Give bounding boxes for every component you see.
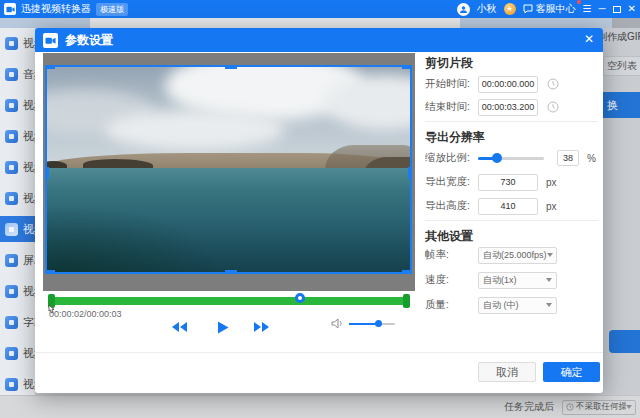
username[interactable]: 小秋	[477, 2, 497, 16]
rewind-button[interactable]	[167, 318, 191, 336]
sidebar-item-7-selected[interactable]: 视频	[0, 216, 35, 242]
sidebar-icon	[5, 378, 18, 391]
speed-select[interactable]: 自动(1x)	[478, 272, 557, 289]
bottom-bar: 任务完成后 不采取任何操作	[0, 395, 640, 418]
settings-dialog: 参数设置 ✕	[35, 28, 603, 393]
chevron-down-icon	[547, 253, 553, 257]
sidebar-icon	[5, 130, 18, 143]
service-center-link[interactable]: 客服中心	[523, 2, 576, 16]
volume-slider[interactable]	[349, 323, 395, 325]
background-toolbar-strip	[0, 18, 640, 28]
app-window: 迅捷视频转换器 极速版 小秋 ★ 客服中心 ☰ ─ ✕ 视频 音频 视频 视频 …	[0, 0, 640, 418]
sidebar-item-1[interactable]: 视频	[0, 32, 35, 54]
sidebar-icon	[5, 254, 18, 267]
crop-handle[interactable]	[408, 167, 412, 179]
app-logo-icon	[4, 3, 16, 15]
crop-handle[interactable]	[402, 65, 412, 69]
quality-row: 质量: 自动 (中)	[425, 296, 600, 314]
speed-row: 速度: 自动(1x)	[425, 271, 600, 289]
sidebar-item-5[interactable]: 视频	[0, 156, 35, 178]
section-title-other: 其他设置	[425, 228, 473, 245]
confirm-button[interactable]: 确定	[543, 362, 600, 382]
sidebar-icon	[5, 68, 18, 81]
crop-handle[interactable]	[402, 270, 412, 274]
close-button[interactable]: ✕	[628, 0, 636, 18]
clear-list-button[interactable]: 空列表	[603, 56, 640, 76]
sidebar-item-12[interactable]: 视频	[0, 373, 35, 395]
quality-select[interactable]: 自动 (中)	[478, 297, 557, 314]
framerate-row: 帧率: 自动(25.000fps)	[425, 246, 600, 264]
clock-icon[interactable]	[547, 101, 559, 113]
trim-slider[interactable]	[48, 294, 410, 308]
section-title-trim: 剪切片段	[425, 55, 473, 72]
sidebar-item-8[interactable]: 屏幕	[0, 249, 35, 271]
framerate-select[interactable]: 自动(25.000fps)	[478, 247, 557, 264]
maximize-button[interactable]	[613, 6, 621, 13]
crop-handle[interactable]	[45, 167, 49, 179]
playhead[interactable]	[295, 293, 305, 303]
chat-bubble-icon	[523, 4, 533, 14]
sidebar-item-3[interactable]: 视频	[0, 94, 35, 116]
user-avatar[interactable]	[457, 3, 470, 16]
sidebar-icon	[5, 99, 18, 112]
minimize-button[interactable]: ─	[599, 0, 606, 18]
trim-end-handle[interactable]	[403, 294, 410, 308]
crop-handle[interactable]	[225, 270, 237, 274]
chevron-down-icon	[546, 278, 552, 282]
divider	[35, 352, 603, 353]
scale-slider-thumb[interactable]	[492, 153, 502, 163]
trim-range-bar[interactable]	[48, 297, 410, 305]
section-title-resolution: 导出分辨率	[425, 129, 485, 146]
crop-handle[interactable]	[225, 65, 237, 69]
chevron-down-icon	[546, 303, 552, 307]
play-button[interactable]	[211, 318, 235, 336]
settings-panel: 剪切片段 开始时间: 结束时间: 导出分辨率 缩放比例:	[425, 55, 600, 345]
sidebar-item-10[interactable]: 字幕	[0, 311, 35, 333]
end-time-row: 结束时间:	[425, 98, 600, 116]
crop-selection[interactable]	[45, 65, 412, 274]
sidebar-icon	[5, 223, 18, 236]
sidebar-item-4[interactable]: 视频	[0, 125, 35, 147]
fast-forward-button[interactable]	[249, 318, 273, 336]
sidebar-icon	[5, 316, 18, 329]
clock-icon[interactable]	[547, 78, 559, 90]
sidebar: 视频 音频 视频 视频 视频 视频 视频 屏幕 视频 字幕 视频 视频	[0, 28, 35, 395]
export-height-row: 导出高度: px	[425, 197, 600, 215]
sidebar-icon	[5, 285, 18, 298]
end-time-input[interactable]	[478, 99, 538, 116]
add-file-button[interactable]	[609, 330, 640, 353]
dialog-header: 参数设置 ✕	[35, 28, 603, 52]
export-width-input[interactable]	[478, 174, 538, 191]
scale-slider[interactable]	[478, 157, 544, 160]
mouse-cursor	[45, 304, 58, 323]
clock-icon	[566, 403, 574, 411]
vip-badge-icon[interactable]: ★	[504, 3, 516, 15]
sidebar-item-2[interactable]: 音频	[0, 63, 35, 85]
sidebar-item-9[interactable]: 视频	[0, 280, 35, 302]
crop-handle[interactable]	[45, 65, 55, 69]
volume-thumb[interactable]	[375, 320, 382, 327]
sidebar-item-11[interactable]: 视频	[0, 342, 35, 364]
scale-row: 缩放比例: %	[425, 149, 600, 167]
sidebar-icon	[5, 161, 18, 174]
volume-control[interactable]	[331, 318, 395, 329]
time-display: 00:00:02/00:00:03	[49, 309, 122, 319]
cancel-button[interactable]: 取消	[478, 362, 536, 382]
menu-icon[interactable]: ☰	[583, 0, 592, 18]
app-title: 迅捷视频转换器	[21, 2, 91, 16]
task-after-select[interactable]: 不采取任何操作	[562, 400, 636, 415]
scale-value-input[interactable]	[557, 150, 579, 166]
tab-make-gif[interactable]: 制作成GIF	[597, 30, 640, 44]
sidebar-icon	[5, 192, 18, 205]
sidebar-item-6[interactable]: 视频	[0, 187, 35, 209]
title-bar: 迅捷视频转换器 极速版 小秋 ★ 客服中心 ☰ ─ ✕	[0, 0, 640, 18]
dialog-close-icon[interactable]: ✕	[584, 32, 594, 46]
convert-button[interactable]: 换	[600, 92, 640, 118]
sidebar-icon	[5, 347, 18, 360]
crop-handle[interactable]	[45, 270, 55, 274]
divider	[425, 121, 598, 122]
start-time-input[interactable]	[478, 76, 538, 93]
video-preview[interactable]	[45, 65, 412, 274]
export-height-input[interactable]	[478, 198, 538, 215]
sidebar-icon	[5, 37, 18, 50]
